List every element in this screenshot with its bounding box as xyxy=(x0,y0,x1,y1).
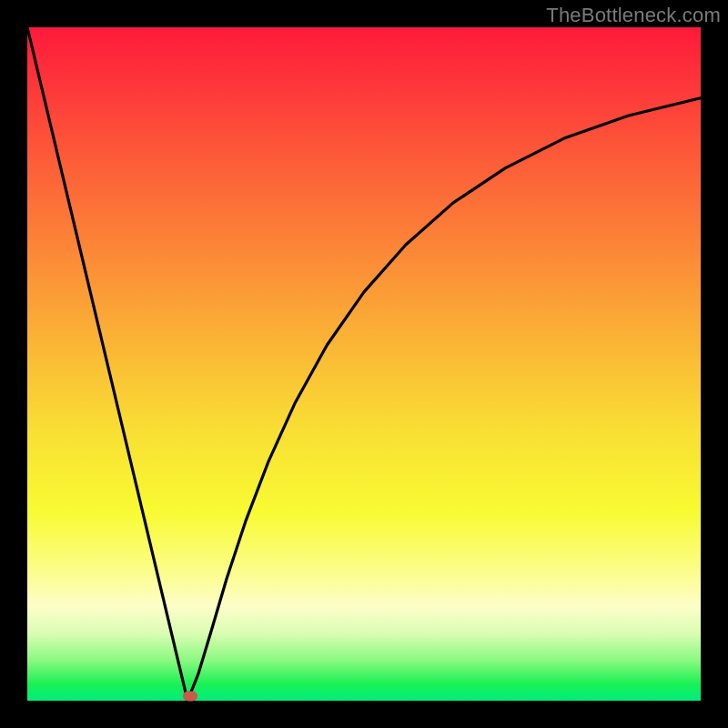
plot-area xyxy=(27,27,701,701)
chart-frame: TheBottleneck.com xyxy=(0,0,728,728)
bottleneck-curve xyxy=(27,27,701,701)
optimum-marker xyxy=(183,691,197,701)
curve-svg xyxy=(27,27,701,701)
watermark-text: TheBottleneck.com xyxy=(546,4,721,27)
